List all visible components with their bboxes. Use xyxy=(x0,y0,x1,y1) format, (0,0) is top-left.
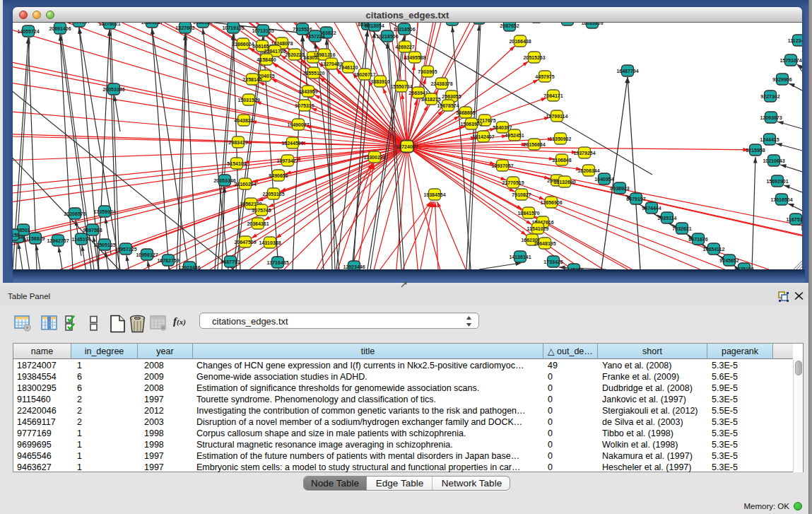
svg-text:11123456: 11123456 xyxy=(788,38,802,43)
svg-text:17359924: 17359924 xyxy=(93,209,115,214)
svg-text:14310388: 14310388 xyxy=(259,240,281,245)
svg-text:19799114: 19799114 xyxy=(546,114,568,119)
svg-text:7303905: 7303905 xyxy=(418,69,437,74)
svg-text:7515526: 7515526 xyxy=(293,27,312,32)
svg-text:22053165: 22053165 xyxy=(262,192,284,197)
svg-text:6479197: 6479197 xyxy=(626,197,645,201)
svg-text:19218506: 19218506 xyxy=(376,34,398,39)
svg-text:9329906: 9329906 xyxy=(772,77,792,82)
svg-text:13300273: 13300273 xyxy=(363,155,385,160)
svg-text:15276021: 15276021 xyxy=(98,23,120,26)
svg-text:1145194: 1145194 xyxy=(72,237,91,242)
svg-text:18981216: 18981216 xyxy=(313,52,335,57)
svg-text:18841570: 18841570 xyxy=(517,211,539,216)
svg-text:2087652: 2087652 xyxy=(500,23,519,28)
svg-text:5154104: 5154104 xyxy=(227,161,246,166)
svg-text:22841736: 22841736 xyxy=(264,49,286,54)
svg-text:22160294: 22160294 xyxy=(234,182,256,187)
svg-text:18724007: 18724007 xyxy=(396,144,418,149)
svg-text:16206344: 16206344 xyxy=(577,168,599,173)
svg-text:12505135: 12505135 xyxy=(93,243,115,247)
svg-text:20691406: 20691406 xyxy=(49,26,71,31)
svg-text:12942757: 12942757 xyxy=(47,238,69,243)
svg-text:1244415: 1244415 xyxy=(760,137,779,142)
svg-text:12923446: 12923446 xyxy=(343,264,365,269)
svg-text:11866024: 11866024 xyxy=(233,42,254,47)
svg-text:3106848: 3106848 xyxy=(552,158,571,163)
svg-text:9474444: 9474444 xyxy=(642,206,661,211)
svg-text:10958127: 10958127 xyxy=(136,252,158,257)
svg-text:16487794: 16487794 xyxy=(616,69,638,74)
svg-text:8215958: 8215958 xyxy=(746,148,765,153)
svg-text:9245652: 9245652 xyxy=(719,258,739,263)
svg-text:8938923: 8938923 xyxy=(610,186,629,191)
svg-text:19490077: 19490077 xyxy=(287,122,309,127)
svg-text:7064171: 7064171 xyxy=(543,93,563,98)
svg-text:16713155: 16713155 xyxy=(252,28,273,33)
svg-text:18026717: 18026717 xyxy=(353,72,375,77)
svg-text:9075310: 9075310 xyxy=(295,103,314,108)
svg-text:2620223: 2620223 xyxy=(285,52,304,57)
svg-text:1167533: 1167533 xyxy=(787,217,802,222)
svg-text:19973477: 19973477 xyxy=(276,158,298,163)
svg-text:8813054: 8813054 xyxy=(365,23,384,28)
svg-text:10719135: 10719135 xyxy=(222,25,244,30)
svg-text:17957225: 17957225 xyxy=(114,247,136,252)
svg-text:17656906: 17656906 xyxy=(540,200,562,205)
svg-text:8490656: 8490656 xyxy=(269,173,288,178)
svg-text:21770515: 21770515 xyxy=(502,180,524,185)
svg-text:19142407: 19142407 xyxy=(472,134,494,139)
svg-text:10210643: 10210643 xyxy=(763,158,784,163)
svg-text:8471676: 8471676 xyxy=(688,237,707,242)
svg-text:15031529: 15031529 xyxy=(237,98,259,103)
svg-text:15244500: 15244500 xyxy=(281,141,303,146)
svg-text:4269227: 4269227 xyxy=(395,45,414,49)
svg-text:39150: 39150 xyxy=(13,233,20,238)
svg-text:3343959: 3343959 xyxy=(298,89,317,94)
svg-text:14055724: 14055724 xyxy=(17,29,39,34)
svg-text:10654112: 10654112 xyxy=(703,247,725,252)
svg-text:10653267: 10653267 xyxy=(68,23,90,24)
svg-text:2663941: 2663941 xyxy=(408,90,428,95)
svg-text:2258145: 2258145 xyxy=(242,77,261,82)
svg-text:4952451: 4952451 xyxy=(505,133,524,138)
svg-text:16782759: 16782759 xyxy=(157,258,179,263)
svg-text:4457975: 4457975 xyxy=(535,74,554,79)
svg-text:4158480: 4158480 xyxy=(257,57,276,62)
svg-text:2935114: 2935114 xyxy=(658,216,677,221)
svg-text:22438378: 22438378 xyxy=(430,81,452,86)
svg-text:7910827: 7910827 xyxy=(512,192,531,197)
svg-text:20156684: 20156684 xyxy=(523,142,545,147)
svg-text:19678574: 19678574 xyxy=(437,103,459,108)
svg-text:20053346: 20053346 xyxy=(213,178,235,183)
svg-text:9897588: 9897588 xyxy=(83,228,102,233)
svg-text:20206576: 20206576 xyxy=(64,211,86,216)
svg-text:1527602: 1527602 xyxy=(175,25,194,30)
svg-text:14136141: 14136141 xyxy=(509,255,531,259)
svg-text:20364361: 20364361 xyxy=(247,221,269,226)
svg-text:2983419: 2983419 xyxy=(228,140,247,145)
svg-text:11541029: 11541029 xyxy=(527,226,549,231)
svg-text:8418275: 8418275 xyxy=(421,97,440,102)
svg-text:9487791: 9487791 xyxy=(220,259,240,264)
svg-text:5468605: 5468605 xyxy=(456,110,475,115)
svg-text:13716485: 13716485 xyxy=(266,260,288,265)
svg-text:20647509: 20647509 xyxy=(234,240,256,245)
svg-text:15751074: 15751074 xyxy=(779,58,801,63)
svg-text:17016504: 17016504 xyxy=(770,197,792,202)
svg-text:1156829: 1156829 xyxy=(26,236,45,241)
svg-text:2563055: 2563055 xyxy=(442,94,461,99)
svg-text:19218506: 19218506 xyxy=(393,27,415,32)
svg-text:4043823: 4043823 xyxy=(234,118,253,123)
svg-text:20555120: 20555120 xyxy=(302,71,324,76)
svg-text:12093873: 12093873 xyxy=(760,115,782,120)
svg-text:19379254: 19379254 xyxy=(573,151,595,156)
svg-text:6966160: 6966160 xyxy=(193,23,212,25)
svg-text:5840397: 5840397 xyxy=(493,125,512,130)
svg-text:16033809: 16033809 xyxy=(581,23,603,25)
svg-text:10663267: 10663267 xyxy=(141,23,163,25)
svg-text:15063972: 15063972 xyxy=(460,122,482,127)
svg-text:1640954: 1640954 xyxy=(594,177,613,182)
svg-text:20648195: 20648195 xyxy=(534,241,555,246)
svg-text:2946120: 2946120 xyxy=(339,65,358,70)
